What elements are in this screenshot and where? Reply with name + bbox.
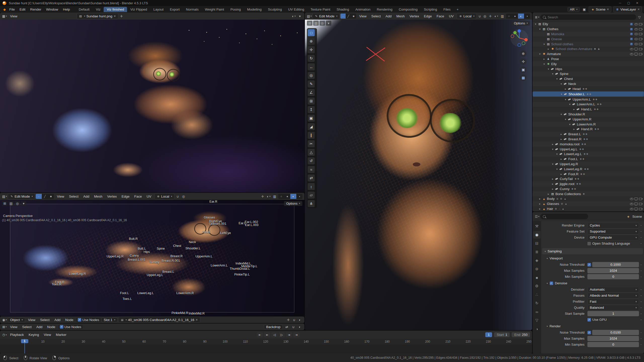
menu-select[interactable]: Select [20, 325, 34, 329]
workspace-tab-sculpting[interactable]: Sculpting [265, 7, 285, 12]
outliner-row-foot-l[interactable]: ▸Foot.L❖❖ [533, 157, 644, 162]
edge-select-button[interactable]: ╱ [346, 14, 351, 19]
solid-shading-button[interactable]: ● [284, 194, 290, 199]
expand-icon[interactable]: ▾ [559, 82, 563, 85]
outliner-row-upperarm-l[interactable]: ▾UpperArm.L❖❖ [533, 97, 644, 102]
properties-tab-constraints[interactable]: ∞ [533, 308, 541, 315]
outliner-row-elly[interactable]: ▾✱Elly [533, 61, 644, 66]
outliner-row-momoka[interactable]: ▤Momoka✓ [533, 32, 644, 37]
blender-menu-icon[interactable]: ◆ [2, 7, 7, 12]
workspace-tab-compositing[interactable]: Compositing [396, 7, 421, 12]
tool-scale[interactable]: ↔ [308, 63, 315, 70]
expand-icon[interactable]: ▾ [555, 153, 559, 155]
outliner-row-breast-r[interactable]: ▸Breast.R❖❖ [533, 137, 644, 142]
shader-pin-icon[interactable]: ✛ [286, 317, 291, 322]
slot-dropdown[interactable]: Slot 1▾ [101, 318, 117, 322]
expand-icon[interactable]: ▾ [538, 53, 542, 55]
outliner-row-onesie[interactable]: ▤Onesie✓ [533, 36, 644, 41]
solid-shading-button[interactable]: ● [512, 14, 518, 19]
menu-add[interactable]: Add [34, 325, 45, 329]
disable-render-icon[interactable] [638, 42, 642, 46]
outliner-editor-type-icon[interactable]: ≣▾ [535, 15, 540, 20]
outliner-row-lowerleg-r[interactable]: ▾LowerLeg.R❖❖ [533, 166, 644, 171]
ar-dropdown[interactable]: AR▾ [568, 7, 580, 12]
properties-tab-object[interactable]: ■ [533, 274, 541, 281]
noise-threshold-checkbox[interactable]: ✓ [587, 331, 591, 334]
snap-magnet-icon[interactable]: ∪ [175, 194, 180, 199]
expand-icon[interactable]: ▸ [551, 143, 555, 146]
tool-extrude-region[interactable]: ↥ [308, 106, 315, 113]
outliner-row-lowerleg-l[interactable]: ▾LowerLeg.L❖❖ [533, 152, 644, 157]
timeline-editor-type-icon[interactable]: ◷▾ [2, 332, 7, 337]
expand-icon[interactable]: ▾ [555, 77, 559, 80]
disable-render-icon[interactable] [638, 197, 642, 201]
hide-eye-icon[interactable] [629, 47, 633, 51]
menu-vertex[interactable]: Vertex [407, 14, 421, 19]
frame-start-field[interactable]: Start1 [494, 332, 510, 337]
expand-icon[interactable]: ▸ [559, 158, 563, 160]
expand-icon[interactable]: ▾ [538, 28, 542, 30]
menu-render[interactable]: Render [28, 7, 44, 12]
tool-edge-slide[interactable]: ⇄ [308, 174, 315, 182]
disable-render-icon[interactable] [638, 27, 642, 31]
outliner-row-momoka-root[interactable]: ▸momoka.root❖❖ [533, 142, 644, 147]
menu-mesh[interactable]: Mesh [394, 14, 407, 19]
timeline-ruler[interactable]: 0102030405060708090100110120130140150160… [0, 339, 532, 353]
outliner-row-hand-l[interactable]: ▸Hand.L❖❖ [533, 107, 644, 112]
editor-corner-icon[interactable]: ◎ [319, 21, 325, 26]
expand-icon[interactable]: ▸ [564, 87, 568, 90]
menu-mesh[interactable]: Mesh [92, 194, 105, 199]
expand-icon[interactable]: ▾ [564, 98, 568, 101]
outliner-row-spine[interactable]: ▾Spine [533, 71, 644, 76]
tool-add-cube[interactable]: ⊞ [308, 98, 315, 105]
hide-eye-icon[interactable] [629, 207, 633, 211]
workspace-tab-animation[interactable]: Animation [352, 7, 374, 12]
rendered-shading-button[interactable]: ◑ [524, 14, 530, 19]
workspace-tab-files[interactable]: Files [440, 7, 454, 12]
disable-render-icon[interactable] [638, 202, 642, 206]
properties-tab-view-layer[interactable]: ≣ [533, 248, 541, 256]
checkbox-icon[interactable]: ✓ [629, 22, 633, 26]
expand-icon[interactable]: ▸ [538, 207, 542, 210]
viewport-main-canvas[interactable]: ⊞ ▤ ◎ ▾ Options▾ □⊕✢↻↔◎✎∠⊞↥▣◢∥✂△↺≈⇄↕▱⋔ [305, 20, 532, 330]
close-button[interactable]: ✕ [633, 1, 641, 5]
prefilter-dropdown[interactable]: Fast▾ [587, 299, 639, 304]
workspace-tab-shading[interactable]: Shading [334, 7, 352, 12]
properties-tab-object-data[interactable]: ▽ [533, 316, 541, 324]
denoise-checkbox[interactable]: ✓ [550, 282, 553, 285]
edge-select-button[interactable]: ╱ [42, 194, 48, 199]
viewport-max-samples-field[interactable]: 1024 [587, 268, 639, 273]
hide-eye-icon[interactable] [629, 197, 633, 201]
tool-move[interactable]: ✢ [308, 46, 315, 53]
next-keyframe-button[interactable]: ↠ [286, 332, 292, 337]
use-nodes-toggle[interactable]: ✓ Use Nodes [76, 318, 101, 322]
mode-dropdown[interactable]: ✎ Edit Mode▾ [8, 193, 35, 199]
show-gizmo-icon[interactable]: ✛ [260, 194, 265, 199]
workspace-tab-weight-paint[interactable]: Weight Paint [202, 7, 227, 12]
tool-cursor[interactable]: ⊕ [308, 38, 315, 45]
editor-corner-icon[interactable]: ▾ [21, 201, 26, 206]
outliner-row-shoulder-l[interactable]: ▾Shoulder.L❖❖ [533, 91, 644, 97]
menu-uv[interactable]: UV [447, 14, 456, 19]
disable-render-icon[interactable] [638, 207, 642, 211]
menu-uv[interactable]: UV [144, 194, 154, 199]
expand-icon[interactable]: ▸ [551, 183, 555, 185]
menu-keying[interactable]: Keying [26, 332, 41, 337]
current-frame-field[interactable]: 1 [485, 332, 492, 337]
menu-edit[interactable]: Edit [17, 7, 28, 12]
outliner-row-armature[interactable]: ▾✱Armature [533, 52, 644, 57]
image-pin-icon[interactable]: ✛ [119, 14, 124, 19]
render-subpanel-header[interactable]: ▾Render [542, 323, 643, 329]
render-min-samples-field[interactable]: 0 [587, 342, 639, 347]
maximize-button[interactable]: ▢ [624, 1, 633, 5]
expand-icon[interactable]: ▾ [555, 168, 559, 170]
disable-viewport-icon[interactable] [634, 202, 638, 206]
camera-view-icon[interactable]: ▣ [520, 66, 527, 73]
properties-search[interactable] [540, 214, 588, 219]
outliner-row-upperleg-l[interactable]: ▾UpperLeg.L❖❖ [533, 147, 644, 152]
transform-orientation-dropdown[interactable]: ⊕ Local▾ [457, 13, 477, 19]
expand-icon[interactable]: ▾ [542, 43, 546, 46]
viewport-noise-threshold-field[interactable]: 0.1000 [592, 262, 639, 267]
rendered-shading-button[interactable]: ◑ [296, 194, 302, 199]
tool-shrink-fatten[interactable]: ↕ [308, 183, 315, 190]
